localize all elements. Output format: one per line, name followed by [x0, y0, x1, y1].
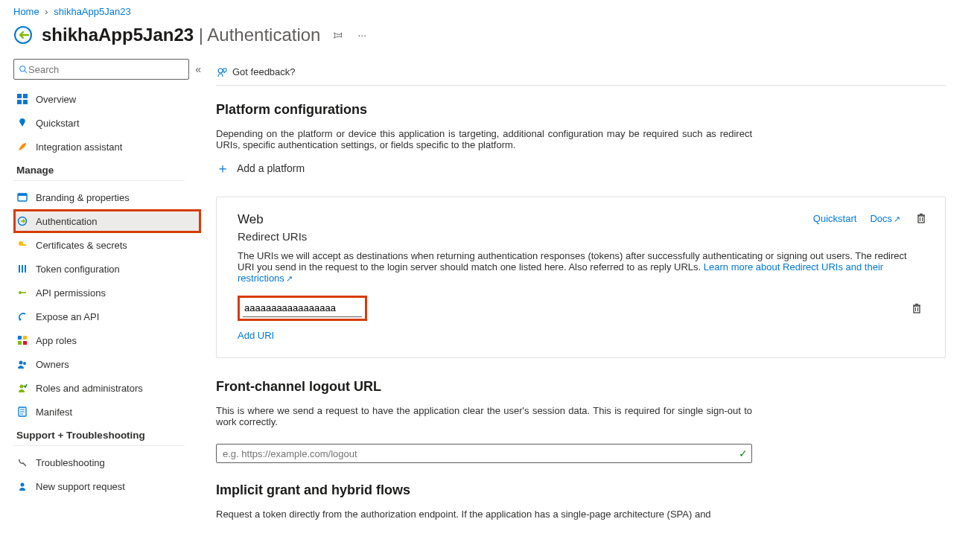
- sidebar-search-input[interactable]: [28, 64, 184, 75]
- sidebar-item-label: Integration assistant: [36, 141, 122, 153]
- sidebar-item-roles-admins[interactable]: Roles and administrators: [13, 376, 201, 400]
- svg-rect-14: [25, 265, 26, 273]
- sidebar-item-expose-api[interactable]: Expose an API: [13, 305, 201, 328]
- authentication-icon: [16, 215, 28, 227]
- sidebar-item-integration-assistant[interactable]: Integration assistant: [13, 135, 201, 159]
- add-uri-button[interactable]: Add URI: [238, 330, 274, 341]
- svg-point-1: [20, 66, 25, 71]
- sidebar-item-overview[interactable]: Overview: [13, 87, 201, 111]
- sidebar-item-app-roles[interactable]: App roles: [13, 328, 201, 352]
- svg-point-29: [218, 68, 223, 73]
- collapse-sidebar-button[interactable]: «: [195, 63, 201, 75]
- sidebar-item-api-permissions[interactable]: API permissions: [13, 281, 201, 305]
- svg-point-22: [23, 362, 26, 365]
- sidebar-item-label: API permissions: [36, 287, 106, 299]
- command-bar: Got feedback?: [216, 59, 946, 86]
- sidebar-item-label: Branding & properties: [36, 192, 130, 203]
- sidebar-item-troubleshooting[interactable]: Troubleshooting: [13, 450, 201, 474]
- svg-rect-17: [18, 336, 22, 340]
- app-registration-icon: [13, 25, 33, 45]
- sidebar-item-quickstart[interactable]: Quickstart: [13, 111, 201, 135]
- feedback-icon: [216, 66, 228, 78]
- search-icon: [19, 65, 28, 74]
- troubleshooting-icon: [16, 456, 28, 468]
- sidebar-item-label: Troubleshooting: [36, 457, 105, 468]
- sidebar-item-token-config[interactable]: Token configuration: [13, 257, 201, 281]
- implicit-heading: Implicit grant and hybrid flows: [216, 482, 946, 498]
- implicit-desc: Request a token directly from the author…: [216, 509, 752, 520]
- rocket-icon: [16, 141, 28, 153]
- sidebar-item-label: New support request: [36, 481, 125, 492]
- svg-rect-3: [17, 94, 22, 98]
- svg-rect-8: [18, 194, 27, 196]
- svg-rect-19: [18, 341, 22, 345]
- sidebar-item-owners[interactable]: Owners: [13, 352, 201, 376]
- app-roles-icon: [16, 334, 28, 346]
- delete-platform-button[interactable]: [914, 211, 929, 226]
- svg-rect-12: [19, 265, 20, 273]
- svg-rect-13: [22, 265, 23, 273]
- external-link-icon: ↗: [894, 214, 900, 223]
- sidebar-item-label: Authentication: [36, 216, 97, 227]
- sidebar-search-wrap[interactable]: [13, 59, 189, 80]
- plus-icon: ＋: [216, 159, 229, 177]
- redirect-uri-input[interactable]: [243, 299, 362, 317]
- sidebar-item-label: Quickstart: [36, 118, 80, 129]
- more-button[interactable]: ···: [354, 26, 369, 44]
- add-platform-label: Add a platform: [237, 162, 305, 174]
- external-link-icon: ↗: [286, 274, 293, 283]
- add-platform-button[interactable]: ＋ Add a platform: [216, 159, 305, 177]
- web-card-subtitle: Redirect URIs: [238, 230, 924, 243]
- roles-admin-icon: [16, 382, 28, 394]
- page-title-page: Authentication: [207, 25, 320, 45]
- svg-line-2: [25, 71, 27, 73]
- breadcrumb-app[interactable]: shikhaApp5Jan23: [54, 6, 130, 17]
- page-title: shikhaApp5Jan23 | Authentication: [42, 25, 320, 45]
- platform-config-desc: Depending on the platform or device this…: [216, 128, 752, 150]
- sidebar-heading-manage: Manage: [13, 159, 185, 181]
- sidebar-item-new-support[interactable]: New support request: [13, 474, 201, 498]
- web-quickstart-link[interactable]: Quickstart: [813, 213, 857, 224]
- delete-uri-button[interactable]: [909, 301, 924, 316]
- pin-button[interactable]: [329, 27, 346, 43]
- sidebar-item-label: Roles and administrators: [36, 383, 143, 394]
- overview-icon: [16, 93, 28, 105]
- breadcrumb-home[interactable]: Home: [13, 6, 39, 17]
- logout-heading: Front-channel logout URL: [216, 379, 946, 395]
- api-permissions-icon: [16, 287, 28, 299]
- sidebar-item-manifest[interactable]: Manifest: [13, 400, 201, 424]
- sidebar-item-label: Manifest: [36, 407, 72, 418]
- page-header: shikhaApp5Jan23 | Authentication ···: [0, 20, 980, 59]
- svg-point-21: [19, 361, 23, 365]
- key-icon: [16, 239, 28, 251]
- sidebar-item-label: Certificates & secrets: [36, 240, 127, 251]
- sidebar-item-label: Expose an API: [36, 311, 99, 322]
- check-icon: ✓: [739, 447, 748, 459]
- redirect-uri-highlight: [238, 296, 367, 321]
- manifest-icon: [16, 406, 28, 418]
- web-docs-link[interactable]: Docs↗: [870, 213, 900, 224]
- svg-point-23: [20, 385, 24, 389]
- main-content: Got feedback? Platform configurations De…: [201, 59, 961, 548]
- svg-rect-18: [23, 336, 27, 340]
- branding-icon: [16, 191, 28, 203]
- page-title-app: shikhaApp5Jan23: [42, 25, 194, 45]
- svg-rect-30: [918, 216, 924, 223]
- sidebar-item-authentication[interactable]: Authentication: [13, 209, 201, 233]
- web-platform-card: Quickstart Docs↗ Web Redirect URIs The U…: [216, 197, 946, 358]
- feedback-button[interactable]: Got feedback?: [216, 66, 296, 78]
- sidebar-item-label: Overview: [36, 94, 76, 105]
- sidebar-item-label: App roles: [36, 335, 77, 346]
- sidebar-item-label: Owners: [36, 359, 69, 370]
- svg-point-16: [19, 319, 22, 321]
- sidebar-heading-support: Support + Troubleshooting: [13, 424, 185, 446]
- svg-point-28: [21, 483, 25, 487]
- expose-api-icon: [16, 310, 28, 322]
- svg-rect-20: [23, 341, 27, 345]
- support-person-icon: [16, 480, 28, 492]
- svg-rect-4: [23, 94, 28, 98]
- quickstart-icon: [16, 117, 28, 129]
- logout-url-input[interactable]: [216, 444, 752, 463]
- sidebar-item-certificates[interactable]: Certificates & secrets: [13, 233, 201, 257]
- sidebar-item-branding[interactable]: Branding & properties: [13, 185, 201, 209]
